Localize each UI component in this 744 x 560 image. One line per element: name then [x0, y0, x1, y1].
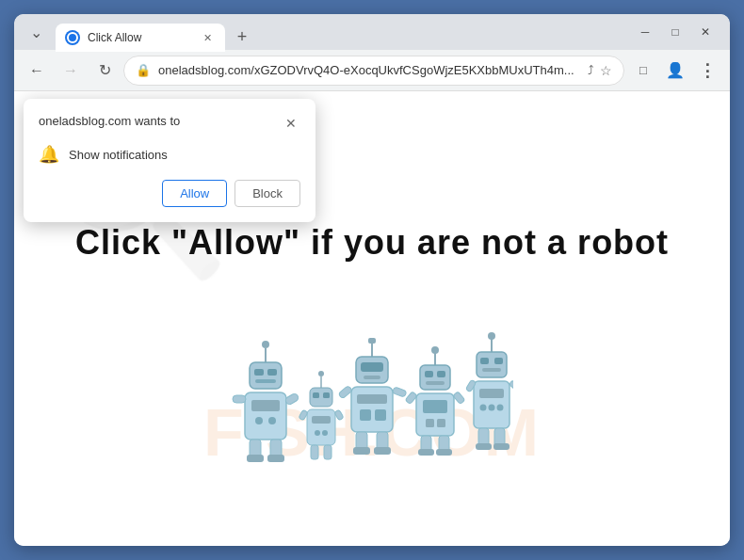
svg-point-23 [315, 430, 320, 436]
svg-rect-64 [494, 358, 503, 364]
nav-right-buttons: □ 👤 ⋮ [628, 56, 722, 86]
profile-button[interactable]: 👤 [660, 56, 690, 86]
maximize-button[interactable]: □ [660, 22, 690, 42]
svg-point-68 [480, 405, 487, 411]
notification-popup: oneladsblog.com wants to ✕ 🔔 Show notifi… [24, 99, 315, 222]
svg-point-45 [431, 346, 439, 354]
popup-actions: Allow Block [39, 180, 300, 207]
svg-point-70 [497, 405, 504, 411]
svg-rect-63 [480, 358, 489, 364]
minimize-button[interactable]: ─ [630, 22, 660, 42]
svg-point-17 [318, 371, 324, 376]
svg-rect-41 [374, 447, 391, 455]
robots-svg [231, 329, 513, 499]
svg-rect-4 [267, 369, 277, 376]
svg-rect-5 [255, 379, 276, 383]
svg-rect-12 [247, 455, 264, 462]
reload-button[interactable]: ↻ [89, 56, 120, 86]
lock-icon: 🔒 [136, 63, 151, 77]
bell-icon: 🔔 [39, 144, 59, 165]
svg-rect-56 [418, 449, 434, 456]
svg-rect-13 [267, 455, 284, 462]
svg-rect-14 [233, 395, 246, 403]
svg-rect-33 [364, 376, 380, 379]
popup-header: oneladsblog.com wants to ✕ [39, 114, 300, 133]
svg-rect-74 [493, 443, 509, 450]
browser-window: ⌄ Click Allow ✕ + ─ □ ✕ ← → ↻ 🔒 oneladsb… [14, 14, 730, 546]
svg-rect-42 [338, 385, 352, 398]
svg-point-24 [322, 430, 328, 436]
svg-rect-26 [324, 445, 332, 459]
svg-rect-51 [423, 400, 447, 413]
nav-bar: ← → ↻ 🔒 oneladsblog.com/xGZODVrvQ4O-eXoc… [14, 50, 730, 91]
window-controls-group: ⌄ [24, 20, 48, 44]
address-bar[interactable]: 🔒 oneladsblog.com/xGZODVrvQ4O-eXocqUkvfC… [123, 56, 624, 86]
svg-point-9 [268, 417, 276, 424]
back-button[interactable]: ← [22, 56, 52, 86]
svg-rect-65 [482, 368, 501, 372]
active-tab[interactable]: Click Allow ✕ [56, 24, 225, 52]
block-button[interactable]: Block [235, 180, 300, 207]
svg-rect-21 [307, 409, 335, 445]
svg-rect-19 [313, 392, 319, 398]
svg-rect-40 [353, 447, 370, 455]
chevron-btn[interactable]: ⌄ [24, 20, 48, 44]
notification-label: Show notifications [69, 148, 168, 162]
popup-notification-row: 🔔 Show notifications [39, 144, 300, 165]
close-button[interactable]: ✕ [690, 22, 720, 42]
robots-illustration [231, 329, 513, 499]
content-area: 🔍 FISH.COM Click "Allow" if you are not … [14, 91, 730, 546]
svg-rect-32 [361, 362, 383, 372]
captcha-heading: Click "Allow" if you are not a robot [75, 223, 669, 263]
tab-close-button[interactable]: ✕ [199, 29, 216, 46]
svg-rect-46 [420, 365, 450, 390]
svg-point-1 [262, 341, 269, 348]
title-bar: ⌄ Click Allow ✕ + ─ □ ✕ [14, 14, 730, 50]
address-text: oneladsblog.com/xGZODVrvQ4O-eXocqUkvfCSg… [158, 63, 580, 77]
svg-rect-73 [476, 443, 492, 450]
svg-rect-37 [375, 409, 386, 421]
svg-point-61 [488, 332, 495, 340]
svg-rect-7 [251, 400, 280, 411]
bookmark-icon[interactable]: ☆ [600, 63, 612, 78]
svg-rect-43 [392, 387, 407, 397]
svg-rect-6 [245, 392, 286, 440]
svg-rect-22 [312, 416, 331, 424]
popup-title-text: oneladsblog.com wants to [39, 114, 180, 128]
svg-rect-67 [479, 389, 504, 398]
svg-rect-25 [311, 445, 318, 459]
tabs-area: Click Allow ✕ + [56, 14, 623, 50]
allow-button[interactable]: Allow [162, 180, 227, 207]
share-icon[interactable]: ⤴ [588, 63, 594, 77]
svg-rect-57 [436, 449, 452, 456]
svg-rect-20 [323, 392, 330, 398]
tab-title: Click Allow [88, 31, 141, 44]
svg-rect-2 [250, 362, 282, 389]
window-action-buttons: ─ □ ✕ [630, 22, 720, 42]
popup-close-button[interactable]: ✕ [282, 114, 300, 133]
svg-rect-58 [405, 392, 417, 405]
svg-rect-30 [368, 338, 376, 344]
svg-point-8 [255, 417, 263, 424]
svg-rect-36 [360, 409, 371, 421]
svg-rect-53 [437, 419, 445, 427]
svg-rect-35 [357, 394, 387, 404]
svg-rect-50 [416, 393, 454, 436]
svg-rect-62 [477, 352, 507, 377]
address-bar-actions: ⤴ ☆ [588, 63, 612, 78]
extensions-button[interactable]: □ [628, 56, 658, 86]
svg-rect-48 [437, 371, 445, 377]
svg-rect-34 [351, 387, 393, 432]
menu-button[interactable]: ⋮ [692, 56, 722, 86]
svg-rect-47 [425, 371, 433, 377]
svg-rect-3 [254, 369, 264, 376]
forward-button[interactable]: → [56, 56, 86, 86]
svg-point-69 [489, 405, 495, 411]
svg-rect-52 [426, 419, 434, 427]
tab-favicon [65, 30, 80, 45]
svg-rect-59 [453, 392, 465, 405]
svg-rect-49 [426, 381, 445, 385]
new-tab-button[interactable]: + [229, 24, 255, 50]
